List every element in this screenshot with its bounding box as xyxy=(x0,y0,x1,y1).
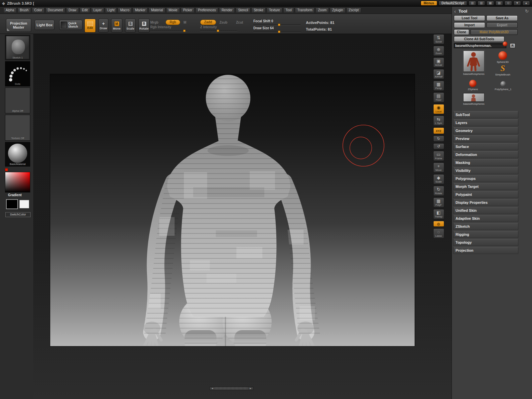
polysphere-thumbnail[interactable] xyxy=(500,81,506,87)
reset-panel-icon[interactable]: ↻ xyxy=(525,9,529,14)
save-as-button[interactable]: Save As xyxy=(486,15,518,21)
switch-color-button[interactable]: SwitchColor xyxy=(5,212,31,217)
rgb-button[interactable]: Rgb xyxy=(166,20,180,25)
lock-icon[interactable]: ⊙ xyxy=(504,1,512,6)
move-mode-button[interactable]: M Move xyxy=(111,19,122,33)
focal-shift-slider[interactable]: Focal Shift 0 xyxy=(253,19,301,25)
canvas-area[interactable]: ◀ ▶ xyxy=(33,34,452,399)
secondary-color-swatch[interactable] xyxy=(19,200,29,208)
menu-marker[interactable]: Marker xyxy=(133,8,148,13)
rgb-intensity-track[interactable] xyxy=(150,30,188,31)
menu-zscript[interactable]: Zscript xyxy=(346,8,361,13)
tool-name-field[interactable]: basewithzspheresman. xyxy=(454,43,506,48)
m-button[interactable]: M xyxy=(184,21,186,24)
stroke-swatch[interactable]: Dots xyxy=(5,61,30,86)
shelf-lsym-button[interactable]: ⇆L.Sym xyxy=(433,116,444,126)
focal-shift-track[interactable] xyxy=(253,24,301,25)
shelf-local-button[interactable]: ◉Local xyxy=(433,104,444,114)
alpha-swatch[interactable]: Alpha Off xyxy=(5,87,30,113)
section-polygroups[interactable]: Polygroups xyxy=(453,175,518,182)
shelf-floor-button[interactable]: ▤Floor xyxy=(433,92,444,102)
draw-size-track[interactable] xyxy=(253,31,301,32)
shelf-frame-button[interactable]: ▭Frame xyxy=(433,151,444,161)
canvas-h-scrollbar[interactable]: ◀ ▶ xyxy=(209,387,253,390)
shelf-transp-button[interactable]: ◧Transp xyxy=(433,209,444,219)
rgb-intensity-slider[interactable]: Rgb Intensity xyxy=(150,25,188,31)
scale-mode-button[interactable]: S Scale xyxy=(125,19,136,33)
shelf-lasso-button[interactable]: ◌Lasso xyxy=(433,228,444,238)
menu-preferences[interactable]: Preferences xyxy=(196,8,218,13)
focal-shift-handle[interactable] xyxy=(278,24,280,26)
shelf-rotate-button[interactable]: ↻Rotate xyxy=(433,186,444,196)
sketch-swatch[interactable]: Sketch 1 xyxy=(5,35,30,60)
menu-material[interactable]: Material xyxy=(149,8,165,13)
shelf-polyf-button[interactable]: ▦PolyF xyxy=(433,198,444,207)
menu-tool[interactable]: Tool xyxy=(283,8,294,13)
load-tool-button[interactable]: Load Tool xyxy=(454,15,485,21)
rotate-mode-button[interactable]: R Rotate xyxy=(138,19,150,33)
simplebrush-thumbnail[interactable]: S xyxy=(500,65,505,72)
edit-mode-button[interactable]: Edit xyxy=(84,19,96,33)
menu-render[interactable]: Render xyxy=(219,8,235,13)
menu-picker[interactable]: Picker xyxy=(181,8,195,13)
scrollbar-left-icon[interactable]: ◀ xyxy=(210,387,215,390)
menus-button[interactable]: Menus xyxy=(421,1,437,6)
section-visibility[interactable]: Visibility xyxy=(453,167,518,174)
section-polypaint[interactable]: Polypaint xyxy=(453,191,518,198)
texture-swatch[interactable]: Texture Off xyxy=(5,115,30,141)
shelf-xyz-button[interactable]: XYZ xyxy=(433,127,444,134)
zcut-button[interactable]: Zcut xyxy=(236,21,243,24)
menu-stencil[interactable]: Stencil xyxy=(236,8,250,13)
shelf-actual-button[interactable]: ▣Actual xyxy=(433,58,444,67)
section-morph-target[interactable]: Morph Target xyxy=(453,183,518,190)
menu-zoom[interactable]: Zoom xyxy=(316,8,329,13)
rgb-intensity-handle[interactable] xyxy=(183,30,186,32)
draw-size-handle[interactable] xyxy=(278,31,280,33)
clone-all-subtools-button[interactable]: Clone All SubTools xyxy=(454,36,504,42)
divider-stripes-icon-2[interactable]: ▥ xyxy=(477,1,485,6)
clone-button[interactable]: Clone xyxy=(454,29,469,35)
make-polymesh3d-button[interactable]: Make PolyMesh3D xyxy=(470,29,518,35)
main-color-swatch[interactable] xyxy=(6,199,18,209)
shelf-zoom-button[interactable]: ⊕Zoom xyxy=(433,46,444,56)
current-color-swatch[interactable] xyxy=(5,168,8,171)
z-intensity-handle[interactable] xyxy=(217,30,219,32)
z-intensity-slider[interactable]: Z Intensity xyxy=(200,25,237,31)
section-preview[interactable]: Preview xyxy=(453,135,518,142)
shelf-ghost-button[interactable]: ◍ xyxy=(433,221,444,227)
section-subtool[interactable]: SubTool xyxy=(453,111,518,118)
zadd-button[interactable]: Zadd xyxy=(200,20,216,25)
menu-document[interactable]: Document xyxy=(46,8,66,13)
document-viewport[interactable] xyxy=(50,74,415,346)
shelf-persp-button[interactable]: ▦Persp xyxy=(433,81,444,91)
draw-mode-button[interactable]: + Draw xyxy=(98,19,108,33)
section-projection[interactable]: Projection xyxy=(453,247,518,254)
menu-macro[interactable]: Macro xyxy=(118,8,132,13)
collapse-panel-icon[interactable]: ‹ xyxy=(454,9,456,14)
section-deformation[interactable]: Deformation xyxy=(453,151,518,158)
paste-document-icon[interactable]: ▧ xyxy=(495,1,503,6)
material-swatch[interactable]: BasicMaterial xyxy=(5,142,30,167)
menu-movie[interactable]: Movie xyxy=(166,8,180,13)
section-unified-skin[interactable]: Unified Skin xyxy=(453,207,518,214)
base2-tool-thumbnail[interactable] xyxy=(463,93,484,102)
scrollbar-thumb[interactable] xyxy=(215,387,248,390)
section-geometry[interactable]: Geometry xyxy=(453,127,518,134)
section-rigging[interactable]: Rigging xyxy=(453,231,518,238)
light-box-button[interactable]: Light Box xyxy=(35,20,55,30)
sphere3d-thumbnail[interactable] xyxy=(498,51,507,60)
section-layers[interactable]: Layers xyxy=(453,119,518,126)
section-adaptive-skin[interactable]: Adaptive Skin xyxy=(453,215,518,222)
shelf-move-button[interactable]: +Move xyxy=(433,163,444,173)
copy-document-icon[interactable]: ▦ xyxy=(486,1,494,6)
menu-layer[interactable]: Layer xyxy=(91,8,104,13)
shelf-spin-ccw-button[interactable]: ↺ xyxy=(433,143,444,149)
section-zsketch[interactable]: ZSketch xyxy=(453,223,518,230)
gradient-label[interactable]: Gradient xyxy=(8,193,22,197)
section-surface[interactable]: Surface xyxy=(453,143,518,150)
shelf-spin-cw-button[interactable]: ↻ xyxy=(433,136,444,142)
shelf-scale-button[interactable]: ◆Scale xyxy=(433,174,444,184)
quick-sketch-button[interactable]: Quick Sketch xyxy=(59,20,82,30)
menu-stroke[interactable]: Stroke xyxy=(251,8,266,13)
mrgb-button[interactable]: Mrgb xyxy=(150,21,158,24)
